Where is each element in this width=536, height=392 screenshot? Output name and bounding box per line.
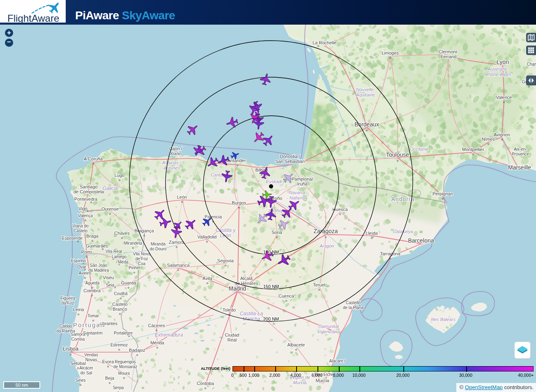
- svg-text:Alacant /: Alacant /: [329, 359, 345, 363]
- svg-text:Zaragoza: Zaragoza: [313, 228, 338, 234]
- svg-text:Lugo: Lugo: [115, 173, 124, 178]
- svg-text:Viseu: Viseu: [103, 275, 114, 280]
- svg-text:Porto: Porto: [81, 250, 92, 254]
- svg-text:Espinho: Espinho: [71, 259, 86, 263]
- svg-text:de la Plana: de la Plana: [343, 305, 363, 310]
- svg-text:Braga: Braga: [86, 234, 99, 238]
- svg-text:Donostia /: Donostia /: [280, 154, 300, 159]
- svg-text:Pamplona/: Pamplona/: [292, 177, 314, 181]
- svg-text:Castelló: Castelló: [346, 300, 361, 305]
- svg-text:São João: São João: [90, 263, 108, 268]
- svg-text:Novas: Novas: [85, 358, 97, 362]
- svg-text:Segovia: Segovia: [217, 258, 234, 263]
- svg-text:Lleida: Lleida: [366, 231, 378, 236]
- svg-text:Madrid: Madrid: [229, 285, 246, 292]
- svg-text:Aragón: Aragón: [319, 243, 334, 248]
- svg-text:Real: Real: [228, 337, 237, 342]
- svg-text:Chaves: Chaves: [114, 231, 130, 236]
- svg-text:Iruña: Iruña: [297, 181, 308, 186]
- svg-text:A Coruña: A Coruña: [84, 156, 103, 161]
- svg-text:de Compostela: de Compostela: [74, 189, 104, 194]
- svg-text:Limoges: Limoges: [382, 50, 399, 55]
- svg-text:Lyon: Lyon: [497, 59, 509, 65]
- svg-text:Ferrand: Ferrand: [441, 54, 457, 59]
- svg-text:Castelo: Castelo: [112, 302, 127, 307]
- svg-text:Samora: Samora: [71, 332, 85, 337]
- svg-text:Murcia: Murcia: [293, 380, 306, 385]
- svg-text:Águeda: Águeda: [85, 280, 100, 285]
- svg-text:Santiago: Santiago: [80, 184, 97, 189]
- svg-text:Pinhel: Pinhel: [129, 266, 140, 270]
- svg-text:Bordeaux: Bordeaux: [354, 121, 379, 128]
- svg-text:Pontevedra: Pontevedra: [74, 197, 98, 202]
- svg-text:Sines: Sines: [75, 378, 85, 383]
- svg-text:Santarém: Santarém: [83, 330, 103, 335]
- svg-text:Auvergne-: Auvergne-: [488, 66, 509, 71]
- svg-text:Cáceres: Cáceres: [148, 323, 165, 328]
- svg-text:San Sebastián: San Sebastián: [275, 159, 305, 164]
- svg-text:Illes Balears: Illes Balears: [431, 317, 455, 322]
- svg-text:Cuenca: Cuenca: [278, 293, 294, 298]
- svg-text:do Sal: do Sal: [81, 371, 92, 375]
- svg-text:Nouvelle-: Nouvelle-: [356, 87, 375, 92]
- svg-text:Évora: Évora: [102, 359, 115, 364]
- svg-text:Soria: Soria: [271, 230, 283, 235]
- svg-text:Albacete: Albacete: [288, 342, 305, 347]
- svg-text:Galicia: Galicia: [103, 186, 118, 191]
- svg-text:Clermont-: Clermont-: [439, 49, 459, 54]
- svg-text:Perpignan: Perpignan: [432, 191, 453, 196]
- svg-text:Occitanie: Occitanie: [410, 147, 429, 151]
- svg-text:Aix-en-: Aix-en-: [514, 147, 527, 151]
- svg-text:Córdoba: Córdoba: [197, 381, 214, 386]
- svg-text:Castilla y: Castilla y: [216, 227, 236, 233]
- svg-text:Vigo: Vigo: [78, 206, 87, 211]
- svg-text:Toledo: Toledo: [223, 307, 236, 312]
- svg-text:Burgos: Burgos: [232, 200, 246, 205]
- svg-text:León: León: [220, 233, 231, 238]
- svg-text:León: León: [177, 195, 187, 199]
- svg-text:Méda: Méda: [118, 260, 128, 264]
- svg-text:Avignon: Avignon: [494, 132, 510, 137]
- svg-text:Xixón: Xixón: [170, 151, 182, 156]
- svg-text:do Douro: do Douro: [150, 247, 167, 251]
- svg-text:Mérida: Mérida: [150, 340, 165, 345]
- svg-text:Ovar: Ovar: [77, 265, 86, 269]
- svg-text:Valladolid: Valladolid: [198, 234, 217, 239]
- svg-text:Ávila: Ávila: [202, 276, 213, 281]
- svg-text:Setúbal: Setúbal: [70, 361, 85, 366]
- svg-text:Toulouse: Toulouse: [386, 151, 409, 158]
- svg-text:Valença: Valença: [78, 213, 93, 218]
- svg-text:Nîmes: Nîmes: [482, 137, 495, 142]
- svg-text:Ourense: Ourense: [101, 206, 119, 211]
- svg-text:Lamego: Lamego: [112, 254, 127, 259]
- svg-text:- Nafarroa: - Nafarroa: [287, 195, 307, 200]
- svg-text:Murcia: Murcia: [315, 378, 329, 383]
- svg-text:Asturias /: Asturias /: [162, 160, 182, 165]
- svg-text:Miranda: Miranda: [151, 242, 166, 246]
- svg-text:Vendas: Vendas: [84, 353, 98, 357]
- svg-text:150 NM: 150 NM: [263, 284, 279, 289]
- svg-text:Coimbra: Coimbra: [83, 288, 101, 293]
- svg-text:Mirandela: Mirandela: [124, 241, 142, 245]
- svg-text:Serpa: Serpa: [113, 385, 124, 390]
- svg-text:Lisboa: Lisboa: [63, 346, 79, 352]
- svg-text:Castilla-La: Castilla-La: [240, 311, 263, 316]
- svg-text:Moura: Moura: [118, 371, 130, 376]
- svg-text:Leiria: Leiria: [73, 307, 85, 312]
- svg-text:Barcelona: Barcelona: [408, 237, 434, 244]
- svg-text:Seia: Seia: [106, 283, 114, 287]
- svg-text:Correia: Correia: [71, 337, 85, 342]
- svg-text:200 NM: 200 NM: [263, 316, 279, 321]
- svg-text:Portugal: Portugal: [73, 321, 103, 328]
- svg-text:Guimarães: Guimarães: [86, 243, 108, 248]
- svg-text:de Foz: de Foz: [136, 257, 148, 261]
- svg-text:Marseille: Marseille: [508, 164, 531, 171]
- svg-text:Reguengos: Reguengos: [115, 360, 136, 364]
- svg-text:Teruel: Teruel: [313, 282, 325, 287]
- svg-text:de Monsaraz: de Monsaraz: [113, 364, 137, 369]
- svg-text:Asturies: Asturies: [163, 165, 180, 170]
- svg-text:Catalunya: Catalunya: [393, 229, 413, 234]
- svg-text:Aveiro: Aveiro: [79, 271, 92, 275]
- svg-text:Alcalá: Alcalá: [240, 276, 253, 281]
- svg-text:Euskadi: Euskadi: [266, 179, 282, 184]
